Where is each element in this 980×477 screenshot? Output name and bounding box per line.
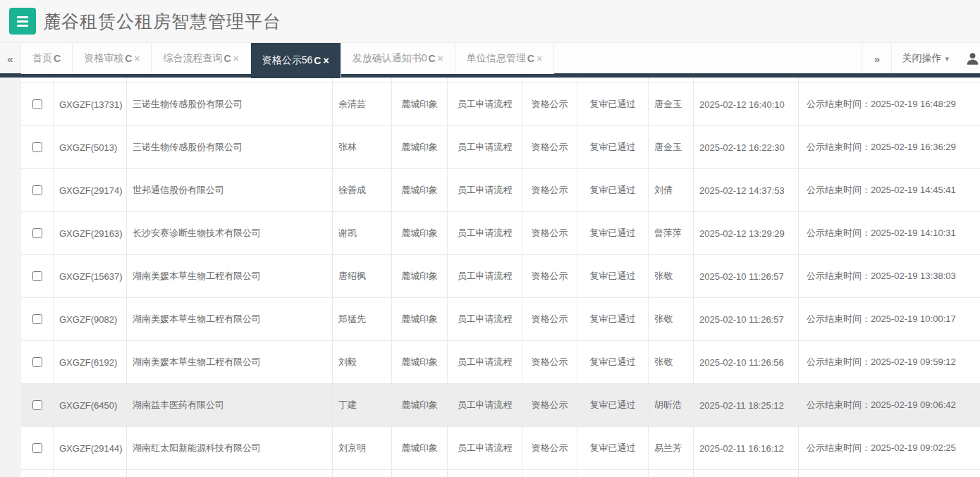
tab-label: 发放确认通知书0	[353, 52, 427, 65]
double-chevron-left-icon: «	[7, 53, 13, 65]
application-id-cell: GXGZF(5013)	[54, 126, 127, 168]
row-checkbox[interactable]	[32, 400, 42, 410]
reviewer-name-cell: 张敬	[649, 255, 694, 297]
row-checkbox[interactable]	[32, 271, 42, 281]
table-row[interactable]: GXGZF(6450) 湖南益丰医药有限公司 丁建 麓城印象 员工申请流程 资格…	[21, 384, 980, 427]
application-id-cell: GXGZF(29144)	[54, 427, 127, 469]
applicant-name-cell: 余清芸	[333, 83, 392, 125]
collapsed-sidebar	[0, 78, 21, 477]
app-title: 麓谷租赁公租房智慧管理平台	[43, 10, 281, 33]
company-name-cell: 三诺生物传感股份有限公司	[127, 126, 333, 168]
applicant-name-cell: 刘毅	[333, 341, 392, 383]
close-operations-label: 关闭操作	[902, 52, 941, 65]
stage-cell: 资格公示	[522, 384, 577, 426]
refresh-icon[interactable]: C	[527, 53, 534, 64]
review-status-cell: 复审已通过	[577, 341, 649, 383]
publicity-end-time-cell: 公示结束时间：2025-02-19 13:38:03	[799, 255, 980, 297]
applicant-name-cell: 谢凯	[333, 212, 392, 254]
tabs-scroll-left-button[interactable]: «	[0, 43, 21, 74]
flow-type-cell: 员工申请流程	[448, 126, 522, 168]
tabs-scroll-right-button[interactable]: »	[862, 43, 891, 74]
refresh-icon[interactable]: C	[223, 53, 231, 64]
tab-5[interactable]: 发放确认通知书0 C ×	[341, 43, 455, 74]
row-checkbox[interactable]	[32, 185, 42, 195]
publicity-end-time-cell: 公示结束时间：2025-02-19 09:02:25	[799, 427, 980, 469]
close-icon[interactable]: ×	[323, 55, 329, 66]
app-header: 麓谷租赁公租房智慧管理平台	[0, 0, 980, 42]
table-row[interactable]: GXGZF(29174) 世邦通信股份有限公司 徐善成 麓城印象 员工申请流程 …	[21, 169, 980, 212]
company-name-cell: 湖南美媛本草生物工程有限公司	[127, 298, 333, 340]
tab-label: 首页	[32, 52, 52, 65]
publicity-end-time-cell: 公示结束时间：2025-02-19 09:06:42	[799, 384, 980, 426]
table-row[interactable]: GXGZF(15637) 湖南美媛本草生物工程有限公司 唐绍枫 麓城印象 员工申…	[21, 255, 980, 298]
stage-cell: 资格公示	[522, 83, 577, 125]
review-status-cell: 复审已通过	[577, 427, 649, 469]
project-name-cell: 麓城印象	[392, 427, 448, 469]
review-time-cell: 2025-02-11 18:25:12	[694, 384, 799, 426]
application-id-cell: GXGZF(29174)	[54, 169, 127, 211]
reviewer-name-cell: 唐金玉	[649, 126, 694, 168]
flow-type-cell: 员工申请流程	[448, 83, 522, 125]
row-checkbox[interactable]	[32, 443, 42, 453]
close-icon[interactable]: ×	[537, 53, 542, 64]
stage-cell: 资格公示	[522, 341, 577, 383]
partial-row-bottom	[21, 470, 980, 477]
row-checkbox[interactable]	[32, 99, 42, 109]
close-operations-dropdown[interactable]: 关闭操作 ▾	[891, 43, 959, 74]
double-chevron-right-icon: »	[874, 53, 880, 65]
refresh-icon[interactable]: C	[428, 53, 435, 64]
application-id-cell: GXGZF(6192)	[54, 341, 127, 383]
tab-6[interactable]: 单位信息管理 C ×	[455, 43, 554, 74]
table-row[interactable]: GXGZF(6192) 湖南美媛本草生物工程有限公司 刘毅 麓城印象 员工申请流…	[21, 341, 980, 384]
stage-cell: 资格公示	[522, 427, 577, 469]
applicant-name-cell: 郑猛先	[333, 298, 392, 340]
tab-2[interactable]: 资格审核 C ×	[73, 43, 152, 74]
review-time-cell: 2025-02-12 14:37:53	[694, 169, 799, 211]
close-icon[interactable]: ×	[233, 53, 239, 64]
main-content: GXGZF(13731) 三诺生物传感股份有限公司 余清芸 麓城印象 员工申请流…	[0, 78, 980, 477]
row-checkbox[interactable]	[32, 357, 42, 367]
stage-cell: 资格公示	[522, 255, 577, 297]
row-checkbox[interactable]	[32, 228, 42, 238]
stage-cell: 资格公示	[522, 298, 577, 340]
reviewer-name-cell: 刘倩	[649, 169, 694, 211]
stage-cell: 资格公示	[522, 169, 577, 211]
table-row[interactable]: GXGZF(9082) 湖南美媛本草生物工程有限公司 郑猛先 麓城印象 员工申请…	[21, 298, 980, 341]
application-id-cell: GXGZF(6450)	[54, 384, 127, 426]
review-time-cell: 2025-02-12 16:22:30	[694, 126, 799, 168]
menu-toggle-button[interactable]	[9, 8, 36, 35]
review-time-cell: 2025-02-11 16:16:12	[694, 427, 799, 469]
application-id-cell: GXGZF(13731)	[54, 83, 127, 125]
refresh-icon[interactable]: C	[54, 53, 61, 64]
applicant-name-cell: 张林	[333, 126, 392, 168]
stage-cell: 资格公示	[522, 126, 577, 168]
tab-1[interactable]: 首页 C	[21, 43, 73, 74]
table-row[interactable]: GXGZF(5013) 三诺生物传感股份有限公司 张林 麓城印象 员工申请流程 …	[21, 126, 980, 169]
flow-type-cell: 员工申请流程	[448, 427, 522, 469]
row-checkbox[interactable]	[32, 142, 42, 152]
flow-type-cell: 员工申请流程	[448, 298, 522, 340]
table-body: GXGZF(13731) 三诺生物传感股份有限公司 余清芸 麓城印象 员工申请流…	[21, 83, 980, 470]
table-row[interactable]: GXGZF(29144) 湖南红太阳新能源科技有限公司 刘京明 麓城印象 员工申…	[21, 427, 980, 470]
tab-4[interactable]: 资格公示56 C ×	[251, 43, 341, 78]
review-time-cell: 2025-02-10 11:26:56	[694, 341, 799, 383]
qualification-publicity-table: GXGZF(13731) 三诺生物传感股份有限公司 余清芸 麓城印象 员工申请流…	[21, 78, 980, 477]
project-name-cell: 麓城印象	[392, 212, 448, 254]
project-name-cell: 麓城印象	[392, 83, 448, 125]
close-icon[interactable]: ×	[438, 53, 443, 64]
reviewer-name-cell: 曾萍萍	[649, 212, 694, 254]
refresh-icon[interactable]: C	[314, 55, 321, 66]
company-name-cell: 三诺生物传感股份有限公司	[127, 83, 333, 125]
table-row[interactable]: GXGZF(29163) 长沙安赛诊断生物技术有限公司 谢凯 麓城印象 员工申请…	[21, 212, 980, 255]
close-icon[interactable]: ×	[134, 53, 140, 64]
reviewer-name-cell: 唐金玉	[649, 83, 694, 125]
company-name-cell: 湖南红太阳新能源科技有限公司	[127, 427, 333, 469]
partial-row-top	[21, 78, 980, 83]
row-checkbox[interactable]	[32, 314, 42, 324]
review-time-cell: 2025-02-12 13:29:29	[694, 212, 799, 254]
refresh-icon[interactable]: C	[125, 53, 132, 64]
table-row[interactable]: GXGZF(13731) 三诺生物传感股份有限公司 余清芸 麓城印象 员工申请流…	[21, 83, 980, 126]
tab-3[interactable]: 综合流程查询 C ×	[152, 43, 250, 74]
user-menu-button[interactable]	[959, 43, 980, 74]
review-status-cell: 复审已通过	[577, 212, 649, 254]
